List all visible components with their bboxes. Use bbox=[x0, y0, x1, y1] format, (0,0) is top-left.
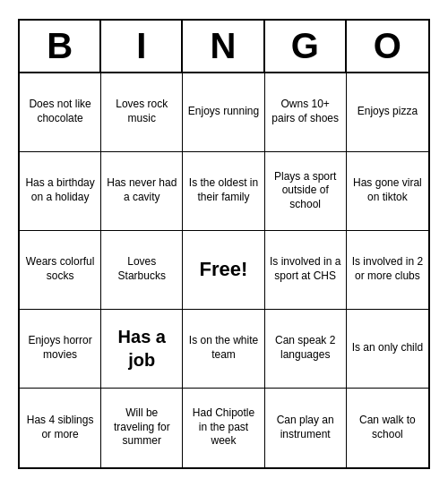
bingo-cell-15[interactable]: Enjoys horror movies bbox=[20, 310, 101, 389]
bingo-cell-22[interactable]: Had Chipotle in the past week bbox=[183, 389, 264, 467]
bingo-cell-8[interactable]: Plays a sport outside of school bbox=[265, 152, 347, 231]
bingo-cell-7[interactable]: Is the oldest in their family bbox=[183, 152, 264, 231]
bingo-cell-11[interactable]: Loves Starbucks bbox=[101, 231, 183, 310]
bingo-cell-12[interactable]: Free! bbox=[183, 231, 264, 310]
bingo-cell-21[interactable]: Will be traveling for summer bbox=[101, 389, 183, 467]
bingo-cell-6[interactable]: Has never had a cavity bbox=[101, 152, 183, 231]
bingo-card: BINGO Does not like chocolateLoves rock … bbox=[18, 19, 430, 469]
bingo-cell-19[interactable]: Is an only child bbox=[347, 310, 428, 389]
bingo-cell-17[interactable]: Is on the white team bbox=[183, 310, 264, 389]
bingo-cell-0[interactable]: Does not like chocolate bbox=[20, 73, 101, 152]
bingo-cell-14[interactable]: Is involved in 2 or more clubs bbox=[347, 231, 428, 310]
bingo-cell-4[interactable]: Enjoys pizza bbox=[347, 73, 428, 152]
bingo-cell-23[interactable]: Can play an instrument bbox=[265, 389, 347, 467]
bingo-letter-g: G bbox=[265, 21, 347, 72]
bingo-header: BINGO bbox=[20, 21, 428, 73]
bingo-cell-3[interactable]: Owns 10+ pairs of shoes bbox=[265, 73, 347, 152]
bingo-cell-9[interactable]: Has gone viral on tiktok bbox=[347, 152, 428, 231]
bingo-letter-i: I bbox=[101, 21, 183, 72]
bingo-letter-o: O bbox=[347, 21, 428, 72]
bingo-cell-18[interactable]: Can speak 2 languages bbox=[265, 310, 347, 389]
bingo-cell-16[interactable]: Has a job bbox=[101, 310, 183, 389]
bingo-letter-n: N bbox=[183, 21, 264, 72]
bingo-grid: Does not like chocolateLoves rock musicE… bbox=[20, 73, 428, 467]
bingo-cell-5[interactable]: Has a birthday on a holiday bbox=[20, 152, 101, 231]
bingo-cell-13[interactable]: Is involved in a sport at CHS bbox=[265, 231, 347, 310]
bingo-cell-10[interactable]: Wears colorful socks bbox=[20, 231, 101, 310]
bingo-cell-2[interactable]: Enjoys running bbox=[183, 73, 264, 152]
bingo-cell-24[interactable]: Can walk to school bbox=[347, 389, 428, 467]
bingo-letter-b: B bbox=[20, 21, 101, 72]
bingo-cell-20[interactable]: Has 4 siblings or more bbox=[20, 389, 101, 467]
bingo-cell-1[interactable]: Loves rock music bbox=[101, 73, 183, 152]
